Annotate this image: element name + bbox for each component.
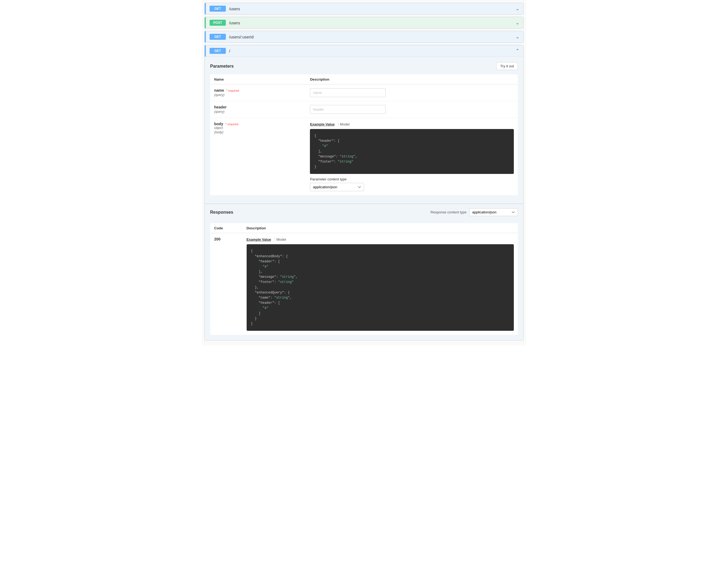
response-code: 200 [214,237,220,241]
method-badge-post: POST [210,20,226,26]
param-description-cell [306,101,518,118]
param-name-label: body [214,122,223,126]
params-title: Parameters [210,64,234,69]
chevron-up-icon: ⌃ [515,48,519,54]
name-input[interactable] [310,88,386,97]
endpoint-left: GET /users [210,6,240,12]
param-name-label: name [214,88,224,92]
table-row: name * required (query) [210,84,518,101]
example-tabs: Example Value | Model [247,237,514,242]
code-col-header: Code [210,224,243,233]
endpoint-path: /users [229,21,240,25]
required-badge: * required [226,89,239,92]
responses-section: Responses Response content type applicat… [210,203,518,335]
endpoint-path: / [229,49,230,53]
method-badge-get: GET [210,48,226,54]
method-badge-get: GET [210,6,226,12]
param-location: (query) [214,110,302,113]
endpoint-left: GET /users/:userId [210,34,254,40]
model-tab[interactable]: Model [340,122,349,127]
response-example-value-tab[interactable]: Example Value [247,237,271,242]
tab-separator: | [275,237,276,242]
body-code-block: { "header": [ "a" ], "message": "string"… [310,129,514,174]
params-table: Name Description name * required (query) [210,75,518,195]
response-description-cell: Example Value | Model { "enhancedBody": … [243,233,518,335]
responses-header: Responses Response content type applicat… [205,203,523,220]
endpoint-path: /users [229,6,240,11]
tab-separator: | [338,122,339,127]
required-badge: * required [225,123,238,126]
endpoint-get-root: GET / ⌃ Parameters Try it out Name Descr… [205,45,523,340]
method-badge-get: GET [210,34,226,40]
endpoint-left: GET / [210,48,230,54]
param-location: (query) [214,93,302,97]
example-value-tab[interactable]: Example Value [310,122,335,127]
params-header: Parameters Try it out [210,62,518,70]
header-input[interactable] [310,105,386,114]
response-model-tab[interactable]: Model [276,237,286,242]
endpoint-post-users: POST /users ⌄ [205,17,523,29]
param-location: (body) [214,130,302,134]
param-name-label: header [214,105,227,109]
response-content-type-label: Response content type [430,210,467,214]
response-code-block: { "enhancedBody": { "header": [ "a" ], "… [247,244,514,331]
chevron-down-icon: ⌄ [515,34,519,40]
param-type: object [214,126,302,130]
response-code-cell: 200 [210,233,243,335]
example-tabs: Example Value | Model [310,122,514,127]
endpoint-path: /users/:userId [229,35,254,39]
table-row: 200 Example Value | Model { "enhancedBod… [210,233,518,335]
table-row: header (query) [210,101,518,118]
param-name-cell: name * required (query) [210,84,306,101]
param-name-cell: body * required object (body) [210,118,306,195]
param-description-cell [306,84,518,101]
endpoint-get-users-id: GET /users/:userId ⌄ [205,31,523,43]
swagger-container: GET /users ⌄ POST /users ⌄ GET /users/:u… [202,0,526,345]
endpoint-get-users-header[interactable]: GET /users ⌄ [205,3,523,14]
responses-table: Code Description 200 Example Value [210,223,518,335]
response-content-type-wrapper: Response content type application/json [430,208,518,216]
responses-title: Responses [210,210,233,215]
endpoint-get-root-header[interactable]: GET / ⌃ [205,45,523,57]
content-type-select[interactable]: application/json [310,183,364,191]
param-name-cell: header (query) [210,101,306,118]
endpoint-left: POST /users [210,20,240,26]
chevron-down-icon: ⌄ [515,6,519,12]
content-type-label: Parameter content type [310,177,514,181]
description-col-header: Description [306,75,518,84]
response-content-type-select[interactable]: application/json [469,208,518,216]
endpoint-post-users-header[interactable]: POST /users ⌄ [205,17,523,28]
endpoint-get-users-id-header[interactable]: GET /users/:userId ⌄ [205,31,523,42]
description-col-header: Description [243,224,518,233]
try-out-button[interactable]: Try it out [496,62,518,70]
name-col-header: Name [210,75,306,84]
endpoint-get-users: GET /users ⌄ [205,3,523,15]
param-body-cell: Example Value | Model { "header": [ "a" … [306,118,518,195]
chevron-down-icon: ⌄ [515,20,519,26]
table-row: body * required object (body) Example Va… [210,118,518,195]
endpoint-panel: Parameters Try it out Name Description [205,57,523,340]
